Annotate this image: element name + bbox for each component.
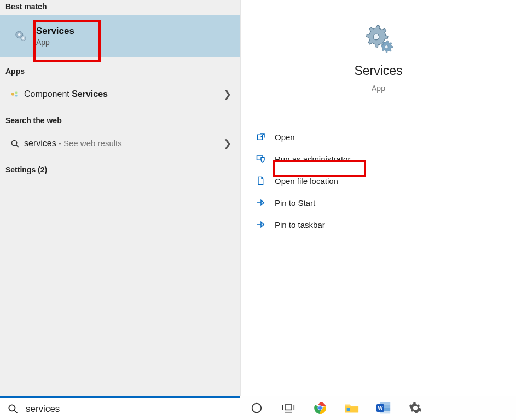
search-input[interactable] bbox=[26, 404, 212, 415]
chevron-right-icon: ❯ bbox=[223, 137, 235, 149]
action-list: Open Run as administrator Open file loca… bbox=[241, 126, 516, 235]
action-label: Pin to Start bbox=[275, 198, 315, 208]
svg-point-4 bbox=[11, 93, 14, 95]
detail-title: Services bbox=[354, 64, 402, 78]
action-open-file-location[interactable]: Open file location bbox=[241, 170, 516, 192]
services-icon bbox=[10, 30, 32, 42]
taskbar-chrome[interactable] bbox=[312, 400, 328, 416]
web-result-label: services - See web results bbox=[24, 139, 223, 148]
svg-line-8 bbox=[16, 145, 18, 147]
svg-point-6 bbox=[15, 95, 18, 97]
action-pin-to-start[interactable]: Pin to Start bbox=[241, 192, 516, 214]
action-pin-to-taskbar[interactable]: Pin to taskbar bbox=[241, 214, 516, 235]
divider bbox=[241, 116, 516, 116]
svg-point-15 bbox=[252, 404, 262, 413]
apps-result-label: Component Services bbox=[24, 89, 223, 99]
action-label: Run as administrator bbox=[275, 154, 350, 164]
action-run-as-administrator[interactable]: Run as administrator bbox=[241, 148, 516, 170]
search-bar bbox=[0, 396, 240, 420]
taskbar-cortana[interactable] bbox=[249, 400, 264, 416]
svg-point-1 bbox=[18, 33, 21, 36]
svg-point-5 bbox=[15, 91, 18, 94]
best-match-subtitle: App bbox=[36, 38, 74, 47]
search-icon bbox=[8, 404, 18, 414]
svg-rect-11 bbox=[257, 135, 262, 140]
best-match-result[interactable]: Services App bbox=[0, 15, 240, 57]
svg-line-14 bbox=[14, 410, 17, 413]
svg-rect-25 bbox=[347, 408, 350, 411]
svg-point-9 bbox=[373, 34, 379, 40]
pin-taskbar-icon bbox=[256, 220, 275, 229]
search-icon bbox=[5, 139, 24, 148]
action-label: Open file location bbox=[275, 176, 338, 186]
taskbar-word[interactable]: W bbox=[376, 400, 391, 416]
open-icon bbox=[256, 132, 275, 142]
svg-rect-16 bbox=[285, 405, 292, 410]
settings-header[interactable]: Settings (2) bbox=[0, 163, 240, 179]
svg-point-7 bbox=[11, 140, 16, 145]
chevron-right-icon: ❯ bbox=[223, 88, 235, 100]
apps-header: Apps bbox=[0, 65, 240, 80]
file-location-icon bbox=[256, 176, 275, 186]
shield-admin-icon bbox=[256, 154, 275, 164]
component-services-icon bbox=[5, 89, 24, 99]
best-match-title: Services bbox=[36, 26, 74, 37]
action-open[interactable]: Open bbox=[241, 126, 516, 148]
services-large-icon bbox=[364, 24, 393, 54]
result-detail-panel: Services App Open Run as administrator O… bbox=[240, 0, 516, 396]
svg-point-13 bbox=[9, 405, 15, 411]
pin-start-icon bbox=[256, 198, 275, 207]
svg-text:W: W bbox=[378, 405, 382, 411]
taskbar: W bbox=[240, 396, 516, 420]
svg-point-10 bbox=[385, 45, 388, 49]
action-label: Pin to taskbar bbox=[275, 220, 325, 229]
svg-point-23 bbox=[318, 406, 322, 410]
taskbar-settings[interactable] bbox=[408, 400, 423, 416]
taskbar-taskview[interactable] bbox=[281, 400, 296, 416]
action-label: Open bbox=[275, 133, 295, 142]
apps-result-component-services[interactable]: Component Services ❯ bbox=[0, 80, 240, 108]
search-results-panel: Best match Services App Apps Component S… bbox=[0, 0, 240, 396]
best-match-header: Best match bbox=[0, 0, 240, 15]
detail-subtitle: App bbox=[372, 84, 385, 93]
svg-point-3 bbox=[22, 37, 24, 39]
taskbar-file-explorer[interactable] bbox=[344, 400, 360, 416]
web-result-services[interactable]: services - See web results ❯ bbox=[0, 129, 240, 158]
search-web-header: Search the web bbox=[0, 114, 240, 129]
